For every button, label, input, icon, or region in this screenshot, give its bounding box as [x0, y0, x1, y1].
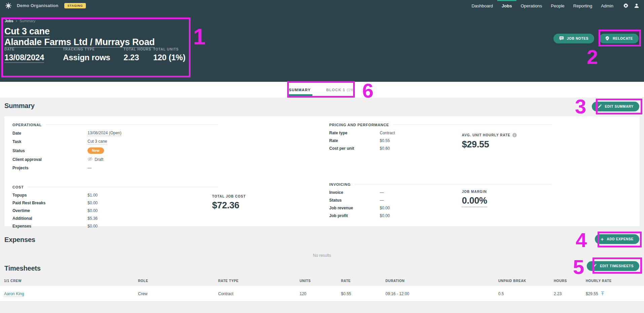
nav-item-admin[interactable]: Admin	[597, 0, 618, 11]
crew-member-link[interactable]: Aaron King	[4, 291, 24, 297]
nav-item-jobs[interactable]: Jobs	[497, 0, 516, 11]
job-margin-value[interactable]: 0.00%	[462, 196, 487, 207]
col-duration: DURATION	[385, 279, 405, 283]
nav-item-operations[interactable]: Operations	[516, 0, 547, 11]
invoice-status-value: —	[380, 198, 384, 203]
summary-heading: Summary	[4, 102, 35, 110]
tab-block-1-percent: (1%)	[347, 88, 355, 92]
additional-row: Additional $5.36	[12, 216, 218, 221]
tab-summary[interactable]: SUMMARY	[289, 82, 311, 98]
col-crew: 1/1 CREW	[4, 279, 22, 283]
nav-item-reporting[interactable]: Reporting	[569, 0, 597, 11]
breadcrumb: Jobs › Summary	[5, 18, 35, 23]
rate-type-value: Contract	[380, 131, 395, 135]
client-approval-label: Client approval	[12, 157, 88, 162]
invoice-status-row: Status —	[329, 198, 551, 203]
row-rate: $0.55	[341, 291, 351, 296]
top-nav: Demo Organisation STAGING Dashboard Jobs…	[0, 0, 644, 11]
timesheets-table-header: 1/1 CREW ROLE RATE TYPE UNITS RATE DURAT…	[0, 275, 644, 286]
user-profile-icon[interactable]	[634, 3, 639, 8]
overtime-row: Overtime $0.00	[12, 208, 218, 213]
overtime-label: Overtime	[12, 208, 88, 213]
row-rate-type: Contract	[218, 291, 233, 296]
nav-item-dashboard[interactable]: Dashboard	[467, 0, 498, 11]
org-name: Demo Organisation	[17, 3, 58, 8]
task-label: Task	[12, 139, 88, 144]
breadcrumb-current: Summary	[20, 19, 35, 23]
tab-block-1[interactable]: BLOCK 1 (1%)	[326, 82, 355, 98]
job-revenue-value: $0.00	[380, 206, 390, 210]
paid-rest-breaks-row: Paid Rest Breaks $0.00	[12, 201, 218, 205]
timesheet-row: Aaron King Crew Contract 120 $0.55 09:16…	[0, 286, 644, 302]
job-profit-value: $0.00	[380, 213, 390, 218]
date-label: Date	[12, 131, 88, 136]
col-rate-type: RATE TYPE	[218, 279, 239, 283]
additional-label: Additional	[12, 216, 88, 221]
job-notes-button[interactable]: JOB NOTES	[553, 34, 594, 43]
topups-row: Topups $1.00	[12, 193, 218, 198]
breadcrumb-jobs-link[interactable]: Jobs	[5, 19, 13, 23]
edit-timesheets-button[interactable]: EDIT TIMESHEETS	[587, 261, 639, 271]
cost-per-unit-value: $0.60	[380, 146, 390, 151]
col-hourly-rate: HOURLY RATE	[586, 279, 612, 283]
client-approval-value-group: Draft	[88, 156, 103, 163]
arrow-up-to-line-icon[interactable]	[601, 291, 605, 297]
settings-gear-icon[interactable]	[623, 3, 629, 8]
projects-row: Projects —	[12, 166, 218, 170]
job-revenue-row: Job revenue $0.00	[329, 206, 551, 210]
date-value[interactable]: 13/08/2024 (Open)	[88, 131, 122, 136]
edit-summary-button-label: EDIT SUMMARY	[605, 105, 634, 108]
stat-total-units-value: 120 (1%)	[153, 53, 185, 62]
col-role: ROLE	[138, 279, 148, 283]
task-value[interactable]: Cut 3 cane	[88, 139, 107, 144]
client-approval-row: Client approval Draft	[12, 156, 218, 163]
avg-unit-hourly-rate-block: AVG. UNIT HOURLY RATE i $29.55	[462, 133, 517, 150]
tab-block-1-label: BLOCK 1	[326, 88, 345, 92]
location-pin-check-icon	[605, 36, 610, 41]
stat-date-label: DATE	[4, 47, 63, 51]
page: Demo Organisation STAGING Dashboard Jobs…	[0, 0, 644, 313]
additional-value: $5.36	[88, 216, 98, 221]
job-profit-label: Job profit	[329, 213, 380, 218]
cost-per-unit-label: Cost per unit	[329, 146, 380, 151]
summary-left-column: OPERATIONAL Date 13/08/2024 (Open) Task …	[12, 123, 218, 232]
paid-rest-breaks-value: $0.00	[88, 201, 98, 205]
info-icon[interactable]: i	[512, 133, 517, 137]
stat-date-value[interactable]: 13/08/2024	[4, 53, 44, 63]
relocate-button[interactable]: RELOCATE	[599, 34, 639, 43]
breadcrumb-chevron-icon: ›	[16, 18, 17, 23]
col-unpaid-break: UNPAID BREAK	[498, 279, 526, 283]
task-row: Task Cut 3 cane	[12, 139, 218, 144]
stat-tracking-type-value: Assign rows	[63, 53, 124, 62]
date-row: Date 13/08/2024 (Open)	[12, 131, 218, 136]
invoice-row: Invoice —	[329, 190, 551, 195]
col-units: UNITS	[300, 279, 311, 283]
nav-item-people[interactable]: People	[546, 0, 569, 11]
org-logo-snowflake-icon[interactable]	[5, 2, 13, 10]
job-header: Jobs › Summary Cut 3 cane Alandale Farms…	[0, 11, 644, 82]
status-row: Status New	[12, 147, 218, 154]
add-expense-button[interactable]: + ADD EXPENSE	[595, 234, 639, 244]
job-margin-label: JOB MARGIN	[462, 190, 487, 194]
job-title-location-link[interactable]: Alandale Farms Ltd / Murrays Road	[4, 37, 155, 48]
row-hourly-rate: $29.55	[586, 291, 598, 296]
rate-label: Rate	[329, 138, 380, 143]
edit-summary-button[interactable]: EDIT SUMMARY	[592, 102, 639, 111]
stat-total-units: TOTAL UNITS 120 (1%)	[153, 47, 185, 63]
row-hourly-rate-group: $29.55	[586, 291, 605, 297]
expenses-cost-label: Expenses	[12, 224, 88, 229]
job-tabbar: SUMMARY BLOCK 1 (1%)	[0, 82, 644, 98]
pricing-section-header: PRICING AND PERFORMANCE	[329, 123, 551, 127]
row-hours: 2.23	[554, 291, 562, 296]
total-job-cost-value: $72.36	[212, 200, 246, 211]
row-unpaid-break: 0.5	[498, 291, 504, 296]
job-margin-block: JOB MARGIN 0.00%	[462, 190, 487, 207]
topups-label: Topups	[12, 193, 88, 198]
primary-nav: Dashboard Jobs Operations People Reporti…	[467, 0, 639, 11]
avg-unit-hourly-rate-label: AVG. UNIT HOURLY RATE	[462, 133, 510, 137]
job-profit-row: Job profit $0.00	[329, 213, 551, 218]
job-title-task-link[interactable]: Cut 3 cane	[4, 26, 50, 37]
stat-total-units-label: TOTAL UNITS	[153, 47, 185, 51]
stat-tracking-type-label: TRACKING TYPE	[63, 47, 124, 51]
operational-section-header: OPERATIONAL	[12, 123, 218, 127]
